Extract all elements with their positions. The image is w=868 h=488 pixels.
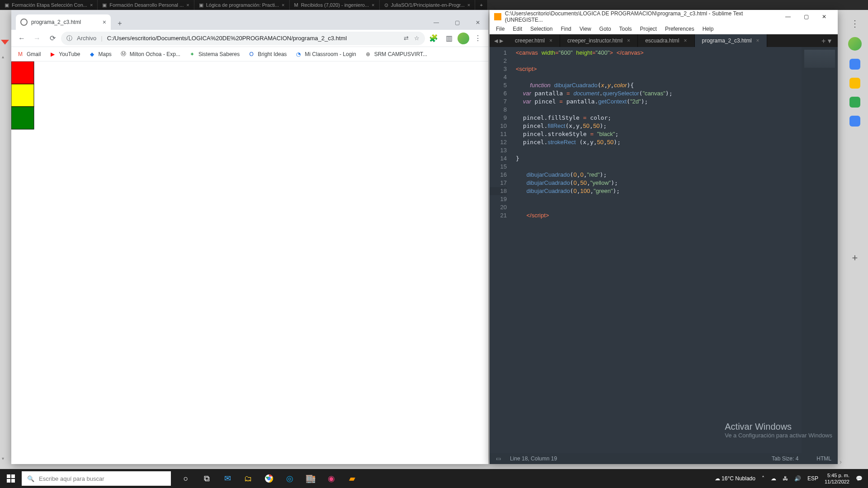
bookmark-item[interactable]: OBright Ideas xyxy=(248,51,287,58)
weather-widget[interactable]: ☁ 16°C Nublado xyxy=(715,475,755,482)
translate-icon[interactable]: ⇄ xyxy=(404,35,409,42)
bookmark-item[interactable]: ⓂMilton Ochoa - Exp... xyxy=(120,51,180,58)
minimize-button[interactable]: — xyxy=(779,14,797,20)
tray-chevron-icon[interactable]: ˄ xyxy=(762,475,764,482)
close-icon[interactable]: × xyxy=(756,38,760,44)
sublime-menubar: FileEditSelectionFindViewGotoToolsProjec… xyxy=(490,23,838,34)
forward-button[interactable]: → xyxy=(30,32,44,45)
search-icon: 🔍 xyxy=(27,475,34,482)
omni-label: Archivo xyxy=(77,35,96,42)
side-app-icon[interactable] xyxy=(849,59,860,70)
side-app-icon[interactable] xyxy=(849,78,860,89)
edge-icon[interactable]: ◎ xyxy=(279,469,300,488)
menu-edit[interactable]: Edit xyxy=(509,25,526,33)
windows-activation-watermark: Activar Windows Ve a Configuración para … xyxy=(725,422,832,439)
explorer-icon[interactable]: 🗂 xyxy=(238,469,259,488)
bookmark-item[interactable]: ✦Sistema Saberes xyxy=(189,51,240,58)
bookmark-item[interactable]: ⊕SRM CAMPUSVIRT... xyxy=(364,51,427,58)
kebab-menu-icon[interactable]: ⋮ xyxy=(850,18,859,29)
volume-icon[interactable]: 🔊 xyxy=(794,475,801,482)
chrome-icon[interactable] xyxy=(259,469,279,488)
close-button[interactable]: ✕ xyxy=(467,15,488,30)
reload-button[interactable]: ⟳ xyxy=(46,32,59,45)
bg-tab[interactable]: ▣Lógica de programación: Practi...× xyxy=(194,0,290,10)
window-controls: — ▢ ✕ xyxy=(426,15,488,30)
side-app-icon[interactable] xyxy=(849,116,860,127)
bookmark-item[interactable]: MGmail xyxy=(17,51,41,58)
back-button[interactable]: ← xyxy=(15,32,28,45)
bg-tab[interactable]: ⊙JuliaSO/1/Principiante-en-Progr...× xyxy=(380,0,476,10)
close-button[interactable]: ✕ xyxy=(815,14,833,20)
editor-tab[interactable]: programa_2_c3.html× xyxy=(695,34,767,47)
bg-tab[interactable]: MRecibidos (7,020) - ingeniero...× xyxy=(290,0,380,10)
windows-taskbar: 🔍 Escribe aquí para buscar ○ ⧉ ✉ 🗂 ◎ 🏬 ◉… xyxy=(0,469,868,488)
bookmark-icon: ▶ xyxy=(49,51,56,58)
sublime-titlebar[interactable]: C:\Users\escritorio\Documents\LOGICA DE … xyxy=(490,10,838,23)
sidepanel-icon[interactable]: ▥ xyxy=(442,32,456,45)
profile-avatar[interactable] xyxy=(848,37,862,51)
bg-tab[interactable]: ▣Formación Desarrollo Personal ...× xyxy=(98,0,194,10)
bookmark-icon: Ⓜ xyxy=(120,51,127,58)
menu-help[interactable]: Help xyxy=(699,25,717,33)
editor-tab[interactable]: escuadra.html× xyxy=(638,34,694,47)
right-app-strip: ⋮ + xyxy=(844,18,866,264)
extensions-icon[interactable]: 🧩 xyxy=(427,32,440,45)
background-browser-tabs: ▣Formación Etapa Selección Con...× ▣Form… xyxy=(0,0,868,10)
status-tabsize[interactable]: Tab Size: 4 xyxy=(772,455,798,462)
notifications-icon[interactable]: 💬 xyxy=(856,475,863,482)
sublime-icon[interactable]: ▰ xyxy=(342,469,363,488)
bg-tab[interactable]: ▣Formación Etapa Selección Con...× xyxy=(0,0,98,10)
omni-path: C:/Users/escritorio/Documents/LOGICA%20D… xyxy=(107,35,347,42)
bookmark-item[interactable]: ◔Mi Classroom - Login xyxy=(295,51,356,58)
taskbar-search[interactable]: 🔍 Escribe aquí para buscar xyxy=(22,471,171,486)
app-icon[interactable]: ◉ xyxy=(321,469,342,488)
star-icon[interactable]: ☆ xyxy=(414,35,420,42)
bg-new-tab[interactable]: + xyxy=(475,0,488,10)
code-area[interactable]: <canvas width="600" height="400"> </canv… xyxy=(511,47,802,453)
maximize-button[interactable]: ▢ xyxy=(447,15,467,30)
chrome-active-tab[interactable]: programa_2_c3.html × xyxy=(16,14,111,30)
close-icon[interactable]: × xyxy=(549,38,552,44)
editor-tab[interactable]: creeper_instructor.html× xyxy=(560,34,638,47)
network-icon[interactable]: 🖧 xyxy=(783,475,788,482)
close-icon[interactable]: × xyxy=(684,38,687,44)
cortana-icon[interactable]: ○ xyxy=(175,469,196,488)
menu-project[interactable]: Project xyxy=(637,25,660,33)
menu-find[interactable]: Find xyxy=(557,25,575,33)
panel-switcher-icon[interactable]: ▭ xyxy=(496,455,501,462)
editor-tab[interactable]: creeper.html× xyxy=(508,34,560,47)
tab-history-nav[interactable]: ◀ ▶ xyxy=(490,34,508,47)
language-indicator[interactable]: ESP xyxy=(807,475,818,482)
menu-view[interactable]: View xyxy=(576,25,595,33)
add-sideapp-button[interactable]: + xyxy=(852,252,858,264)
side-app-icon[interactable] xyxy=(849,97,860,108)
status-language[interactable]: HTML xyxy=(816,455,831,462)
profile-avatar[interactable] xyxy=(458,33,469,44)
minimap[interactable] xyxy=(802,47,838,453)
chrome-viewport xyxy=(11,61,488,464)
bookmark-label: Bright Ideas xyxy=(258,51,287,57)
close-icon[interactable]: × xyxy=(627,38,630,44)
tab-add-dropdown[interactable]: + ▾ xyxy=(815,34,838,47)
onedrive-icon[interactable]: ☁ xyxy=(771,475,776,482)
maximize-button[interactable]: ▢ xyxy=(797,14,815,20)
bookmark-item[interactable]: ▶YouTube xyxy=(49,51,80,58)
kebab-menu-icon[interactable]: ⋮ xyxy=(471,32,485,45)
bookmark-item[interactable]: ◆Maps xyxy=(89,51,112,58)
sublime-icon xyxy=(494,13,501,20)
store-icon[interactable]: 🏬 xyxy=(300,469,321,488)
new-tab-button[interactable]: + xyxy=(113,17,126,30)
menu-selection[interactable]: Selection xyxy=(527,25,556,33)
menu-tools[interactable]: Tools xyxy=(616,25,636,33)
right-scroll-sliver[interactable]: › xyxy=(840,458,842,465)
start-button[interactable] xyxy=(0,469,22,488)
minimize-button[interactable]: — xyxy=(426,15,447,30)
address-bar[interactable]: ⓘ Archivo | C:/Users/escritorio/Document… xyxy=(61,32,425,45)
taskbar-clock[interactable]: 5:45 p. m. 11/12/2022 xyxy=(825,472,849,485)
menu-preferences[interactable]: Preferences xyxy=(661,25,698,33)
taskview-icon[interactable]: ⧉ xyxy=(196,469,217,488)
menu-goto[interactable]: Goto xyxy=(596,25,615,33)
menu-file[interactable]: File xyxy=(492,25,508,33)
mail-icon[interactable]: ✉ xyxy=(217,469,238,488)
close-icon[interactable]: × xyxy=(103,19,106,26)
